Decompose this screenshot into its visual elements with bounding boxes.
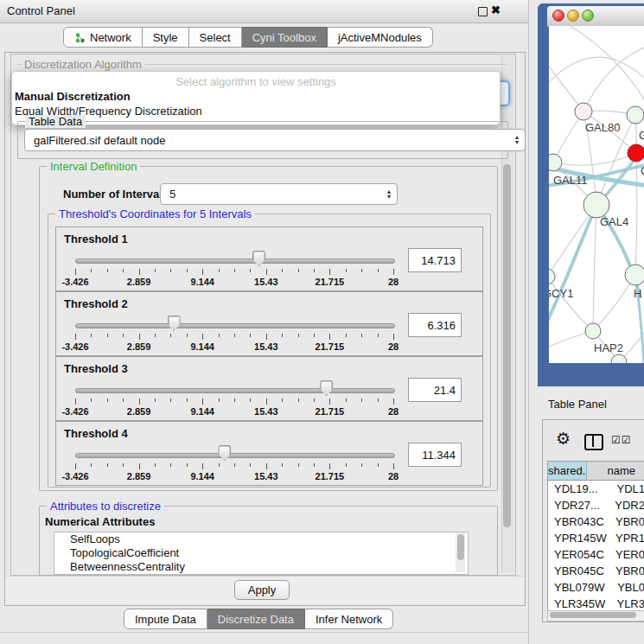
table-horizontal-scrollbar-thumb[interactable] [550, 612, 636, 618]
cell-name: YER0 [610, 546, 644, 563]
attribute-list-item[interactable]: BetweennessCentrality [54, 560, 468, 574]
slider-tick [202, 334, 203, 340]
slider-tick-label: 15.43 [254, 406, 278, 417]
table-row[interactable]: YBR043CYBR0 [548, 513, 644, 530]
slider-tick-label: 15.43 [254, 277, 278, 287]
slider-track[interactable] [75, 453, 395, 458]
network-node-node-top-right[interactable] [627, 106, 644, 124]
slider-tick-label: -3.426 [61, 406, 88, 417]
slider-track[interactable] [75, 388, 395, 393]
number-of-intervals-combobox[interactable]: 5 ▴▾ [160, 183, 398, 205]
network-node-GCY1[interactable] [549, 269, 555, 284]
zoom-traffic-light[interactable] [582, 10, 594, 22]
slider-tick [123, 269, 124, 272]
slider-tick [234, 463, 235, 467]
cell-name: YPR1 [610, 530, 644, 546]
close-icon[interactable]: ✖ [491, 3, 501, 16]
slider-tick [346, 269, 347, 272]
slider-tick [266, 399, 267, 405]
attribute-list-item[interactable]: TopologicalCoefficient [54, 546, 468, 560]
threshold-label: Threshold 4 [64, 427, 128, 440]
tab-cyni-toolbox[interactable]: Cyni Toolbox [242, 27, 328, 48]
network-node-node-red[interactable] [628, 144, 644, 162]
table-data-combobox[interactable]: galFiltered.sif default node ▴▾ [24, 129, 526, 151]
tab-jactivemnodules[interactable]: jActiveMNodules [328, 27, 433, 48]
slider-thumb[interactable] [252, 251, 265, 266]
slider-thumb[interactable] [320, 380, 333, 396]
slider-tick [361, 399, 362, 402]
threshold-value-field[interactable]: 21.4 [408, 378, 462, 402]
slider-tick-label: 28 [388, 341, 399, 352]
cell-shared-name: YBR045C [548, 563, 610, 579]
table-row[interactable]: YDR27...YDR2 [548, 497, 644, 513]
tab-style[interactable]: Style [143, 27, 189, 48]
tab-discretize-data[interactable]: Discretize Data [207, 609, 305, 629]
network-node-label: G [639, 129, 644, 142]
close-traffic-light[interactable] [552, 10, 564, 22]
table-row[interactable]: YDL19...YDL1 [548, 481, 644, 497]
select-columns-icon[interactable]: ☑☑ [611, 434, 632, 446]
gear-icon[interactable]: ⚙ [556, 429, 571, 449]
slider-tick [378, 463, 379, 467]
numerical-attributes-heading: Numerical Attributes [45, 515, 155, 528]
slider-tick [170, 269, 171, 272]
tab-select[interactable]: Select [189, 27, 242, 48]
slider-tick [187, 399, 188, 402]
slider-tick-label: 2.859 [127, 471, 151, 481]
network-node-GAL80[interactable] [575, 103, 592, 120]
apply-button[interactable]: Apply [234, 580, 290, 600]
cell-shared-name: YPR145W [548, 530, 610, 546]
threshold-value-field[interactable]: 6.316 [408, 313, 462, 337]
slider-tick [155, 463, 156, 467]
slider-tick [139, 269, 140, 275]
slider-tick [107, 399, 108, 402]
network-node-HAP2[interactable] [585, 323, 601, 339]
table-row[interactable]: YBR045CYBR0 [548, 563, 644, 579]
minimize-traffic-light[interactable] [567, 10, 579, 22]
slider-track[interactable] [75, 258, 395, 264]
float-window-icon[interactable] [478, 7, 488, 16]
network-graph[interactable]: GAL80GCGAL11GAL4GCY1HHAP2 [549, 26, 644, 363]
tab-impute-data[interactable]: Impute Data [124, 609, 207, 629]
table-row[interactable]: YPR145WYPR1 [548, 530, 644, 546]
slider-tick [393, 269, 394, 275]
column-header-shared-[interactable]: shared... [548, 462, 587, 480]
numerical-attributes-list[interactable]: SelfLoopsTopologicalCoefficientBetweenne… [54, 532, 469, 575]
table-row[interactable]: YBL079WYBL0 [548, 579, 644, 596]
threshold-value-field[interactable]: 11.344 [408, 443, 462, 467]
slider-tick-label: -3.426 [61, 471, 88, 481]
slider-tick [250, 334, 251, 337]
tab-infer-network[interactable]: Infer Network [305, 609, 393, 629]
network-node-node-H[interactable] [625, 265, 644, 285]
network-node-label: GCY1 [549, 287, 573, 300]
table-row[interactable]: YER054CYER0 [548, 546, 644, 563]
attributes-list-scrollbar-thumb[interactable] [457, 534, 464, 560]
slider-track[interactable] [75, 323, 395, 328]
slider-tick [155, 334, 156, 337]
slider-tick [91, 334, 92, 337]
slider-tick [123, 334, 124, 337]
threshold-value-field[interactable]: 14.713 [408, 248, 462, 272]
slider-thumb[interactable] [218, 445, 231, 461]
slider-thumb[interactable] [168, 316, 181, 331]
tab-network[interactable]: Network [63, 27, 143, 48]
split-pane-icon-divider [592, 434, 594, 447]
slider-tick [393, 334, 394, 340]
slider-tick-label: 28 [388, 406, 399, 417]
slider-tick-label: -3.426 [61, 277, 88, 287]
slider-tick [75, 463, 76, 469]
control-panel-title: Control Panel [7, 4, 75, 17]
algorithm-option[interactable]: Manual Discretization [15, 90, 131, 103]
column-header-name[interactable]: name [587, 462, 644, 480]
slider-tick [298, 334, 299, 337]
network-canvas[interactable]: GAL80GCGAL11GAL4GCY1HHAP2 [549, 26, 644, 363]
combobox-stepper-icon: ▴▾ [515, 135, 519, 145]
slider-tick [314, 399, 315, 402]
network-node-GAL11[interactable] [549, 154, 562, 171]
threshold-panel: Threshold 3-3.4262.8599.14415.4321.71528… [55, 356, 483, 421]
threshold-panel: Threshold 4-3.4262.8599.14415.4321.71528… [55, 421, 483, 486]
attribute-list-item[interactable]: SelfLoops [54, 532, 468, 546]
network-node-GAL4[interactable] [583, 192, 609, 218]
vertical-scrollbar-thumb[interactable] [503, 164, 511, 527]
split-pane-icon[interactable] [584, 434, 603, 450]
